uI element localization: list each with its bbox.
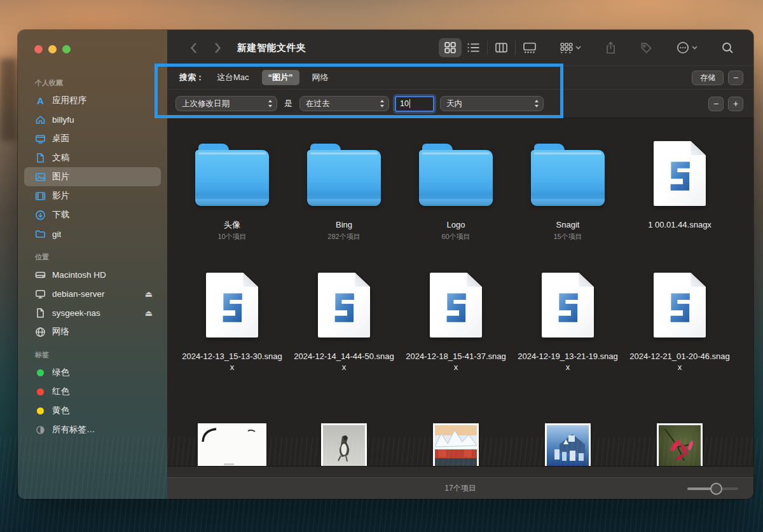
sidebar-item-desktop[interactable]: 桌面 (24, 129, 161, 148)
forward-button[interactable] (209, 39, 226, 57)
more-actions-button[interactable] (671, 38, 703, 57)
columns-view-icon (495, 43, 507, 53)
finder-window: 个人收藏 A 应用程序 billyfu 桌面 文稿 图片 影片 下载 (18, 30, 753, 499)
sidebar-item-label: 文稿 (52, 152, 69, 163)
view-list-button[interactable] (462, 38, 485, 57)
applications-icon: A (34, 95, 46, 106)
item-name: 2024-12-14_14-44-50.snagx (292, 351, 395, 372)
file-item[interactable]: 2024-12-19_13-21-19.snagx (514, 270, 621, 372)
folder-icon (419, 144, 493, 206)
folder-item[interactable]: 头像 10个项目 (179, 139, 285, 242)
sidebar-item-documents[interactable]: 文稿 (24, 148, 161, 167)
sidebar-item-debian-server[interactable]: debian-server ⏏ (24, 284, 161, 303)
share-button[interactable] (600, 38, 622, 57)
sidebar-item-downloads[interactable]: 下载 (24, 205, 161, 224)
sidebar-item-network[interactable]: 网络 (24, 322, 161, 341)
sidebar-item-tag-yellow[interactable]: 黄色 (24, 401, 161, 420)
toolbar-buttons (439, 38, 739, 57)
group-by-button[interactable] (554, 38, 587, 57)
remove-criterion-button[interactable]: − (708, 97, 724, 111)
add-criterion-button[interactable]: + (728, 97, 743, 111)
eject-icon[interactable]: ⏏ (145, 289, 156, 299)
search-criteria-bar: 上次修改日期 是 在过去 10 天内 − + (167, 90, 753, 118)
criteria-attribute-value: 上次修改日期 (182, 99, 261, 109)
sidebar-item-sysgeek-nas[interactable]: sysgeek-nas ⏏ (24, 303, 161, 322)
sidebar-item-label: Macintosh HD (52, 270, 106, 280)
zoom-slider[interactable] (687, 482, 738, 495)
sidebar-item-label: billyfu (52, 115, 74, 125)
criteria-operator-dropdown[interactable]: 在过去 (299, 96, 389, 111)
status-bar: 17个项目 (167, 477, 753, 499)
criteria-attribute-dropdown[interactable]: 上次修改日期 (175, 96, 277, 111)
grid-row-files: 2024-12-13_15-13-30.snagx 2024-12-14_14-… (167, 270, 736, 372)
share-icon (605, 41, 616, 54)
snagx-file-icon (542, 273, 594, 338)
more-icon (677, 41, 689, 54)
snagx-file-icon (318, 273, 370, 338)
sidebar-item-git[interactable]: git (24, 224, 161, 243)
item-name: 2024-12-19_13-21-19.snagx (516, 351, 619, 372)
item-count: 10个项目 (217, 232, 246, 242)
toolbar: 新建智能文件夹 (167, 30, 753, 66)
search-scope-bar: 搜索： 这台Mac “图片” 网络 存储 − (167, 66, 753, 90)
file-item[interactable]: 2024-12-18_15-41-37.snagx (402, 270, 509, 372)
view-columns-button[interactable] (490, 38, 513, 57)
grid-row-folders: 头像 10个项目 Bing 282个项目 Logo 60个项目 Snagit 1… (167, 139, 736, 242)
item-count: 15个项目 (553, 232, 582, 242)
sidebar-item-pictures[interactable]: 图片 (24, 167, 161, 186)
criteria-value-text: 10 (400, 99, 409, 108)
sidebar-item-movies[interactable]: 影片 (24, 186, 161, 205)
svg-text:A: A (37, 95, 44, 106)
downloads-icon (34, 210, 46, 221)
item-name: 2024-12-13_15-13-30.snagx (181, 351, 284, 372)
sidebar-item-all-tags[interactable]: 所有标签… (24, 420, 161, 439)
criteria-value-input[interactable]: 10 (395, 96, 434, 112)
view-grid-button[interactable] (439, 38, 462, 57)
snagx-file-icon (654, 273, 706, 338)
item-name: Snagit (556, 219, 580, 230)
folder-item[interactable]: Snagit 15个项目 (514, 139, 621, 242)
remove-criteria-row-button[interactable]: − (728, 71, 743, 85)
item-count: 282个项目 (327, 232, 360, 242)
sidebar-item-label: 下载 (52, 209, 69, 221)
minimize-window-button[interactable] (48, 45, 57, 53)
folder-item[interactable]: Bing 282个项目 (291, 139, 397, 242)
close-window-button[interactable] (34, 45, 43, 53)
search-button[interactable] (716, 38, 739, 57)
scope-this-mac[interactable]: 这台Mac (214, 70, 252, 85)
back-button[interactable] (185, 39, 202, 57)
file-item[interactable]: 1 00.01.44.snagx (626, 139, 733, 242)
search-label: 搜索： (179, 72, 204, 83)
item-name: Bing (336, 219, 352, 230)
globe-icon (34, 327, 46, 338)
tag-icon (640, 42, 652, 54)
eject-icon[interactable]: ⏏ (145, 308, 156, 318)
scope-pictures[interactable]: “图片” (262, 70, 299, 85)
sidebar-item-label: 应用程序 (52, 95, 86, 106)
criteria-unit-dropdown[interactable]: 天内 (440, 96, 544, 111)
all-tags-icon (34, 425, 46, 435)
stepper-chevrons-icon (268, 99, 273, 108)
sidebar-item-tag-green[interactable]: 绿色 (24, 363, 161, 382)
items-count: 17个项目 (444, 483, 476, 494)
file-item[interactable]: 2024-12-14_14-44-50.snagx (291, 270, 397, 372)
file-item[interactable]: 2024-12-13_15-13-30.snagx (179, 270, 285, 372)
stepper-chevrons-icon (380, 99, 385, 108)
save-smart-folder-button[interactable]: 存储 (692, 71, 724, 85)
sidebar-item-macintosh-hd[interactable]: Macintosh HD (24, 265, 161, 284)
desktop-icon (34, 133, 46, 144)
view-gallery-button[interactable] (518, 38, 542, 57)
slider-thumb[interactable] (710, 482, 722, 494)
harddrive-icon (34, 269, 46, 280)
scope-shared[interactable]: 网络 (310, 70, 331, 85)
sidebar-item-home[interactable]: billyfu (24, 110, 161, 129)
tags-button[interactable] (635, 38, 658, 57)
sidebar-section-locations: 位置 (18, 252, 167, 265)
zoom-window-button[interactable] (62, 45, 71, 53)
sidebar-item-applications[interactable]: A 应用程序 (24, 91, 161, 110)
file-item[interactable]: 2024-12-21_01-20-46.snagx (626, 270, 733, 372)
sidebar-section-tags: 标签 (18, 350, 167, 363)
folder-item[interactable]: Logo 60个项目 (402, 139, 509, 242)
page-icon (34, 308, 46, 318)
sidebar-item-tag-red[interactable]: 红色 (24, 382, 161, 401)
